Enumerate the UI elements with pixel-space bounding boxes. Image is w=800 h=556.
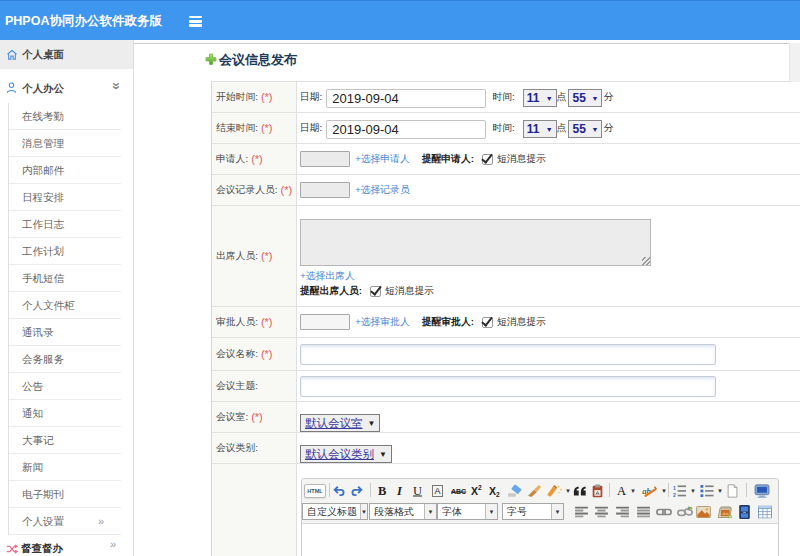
- svg-text:2: 2: [673, 491, 676, 497]
- svg-text:1: 1: [673, 484, 676, 490]
